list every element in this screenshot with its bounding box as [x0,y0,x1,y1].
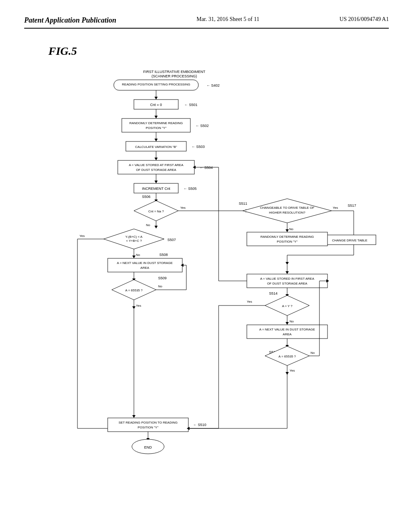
svg-text:← S501: ← S501 [184,103,198,107]
svg-text:Yes: Yes [136,304,141,308]
flowchart-svg: FIRST ILLUSTRATIVE EMBODIMENT (SCANNER P… [49,66,364,489]
figure-label: FIG.5 [48,45,389,58]
svg-text:CALCULATE VARIATION "B": CALCULATE VARIATION "B" [135,145,177,149]
page: Patent Application Publication Mar. 31, … [0,0,413,532]
svg-text:← S505: ← S505 [184,187,197,191]
svg-text:← S402: ← S402 [206,83,220,87]
svg-text:No: No [136,253,140,257]
svg-rect-106 [247,274,327,288]
svg-text:A = 65535 ?: A = 65535 ? [125,289,143,292]
svg-marker-74 [132,415,136,418]
svg-marker-95 [286,262,289,265]
svg-text:S507: S507 [167,238,176,242]
svg-text:S508: S508 [159,253,168,257]
svg-text:Yes: Yes [180,206,186,210]
svg-text:A = Y ?: A = Y ? [282,304,292,308]
svg-text:Yes: Yes [333,206,338,210]
svg-text:No: No [158,285,163,288]
svg-text:No: No [146,223,150,227]
svg-text:SET READING POSITION TO READIN: SET READING POSITION TO READING [119,421,177,424]
svg-text:CHANGE DRIVE TABLE: CHANGE DRIVE TABLE [332,239,367,242]
svg-marker-97 [286,229,289,232]
svg-text:AREA: AREA [283,332,292,336]
svg-rect-100 [247,232,327,246]
svg-marker-71 [132,306,136,309]
svg-text:Yes: Yes [247,300,252,303]
svg-text:Cnt = 0: Cnt = 0 [150,103,162,107]
svg-text:CHANGEABLE TO DRIVE TABLE OF: CHANGEABLE TO DRIVE TABLE OF [260,206,315,210]
svg-text:A = VALUE STORED IN FIRST AREA: A = VALUE STORED IN FIRST AREA [260,277,315,281]
svg-text:S506: S506 [142,195,150,199]
svg-text:← S504: ← S504 [200,166,213,170]
svg-text:INCREMENT Cnt: INCREMENT Cnt [142,187,170,191]
svg-text:S509: S509 [158,276,167,280]
svg-text:POSITION "Y": POSITION "Y" [277,240,298,243]
svg-text:POSITION "Y": POSITION "Y" [146,126,167,130]
publication-number: US 2016/0094749 A1 [340,16,389,23]
svg-text:Yes: Yes [79,234,85,238]
svg-text:← S510: ← S510 [193,423,206,427]
svg-rect-23 [118,160,194,174]
svg-text:S517: S517 [348,204,356,208]
svg-text:READING POSITION SETTING PROCE: READING POSITION SETTING PROCESSING [122,83,190,86]
publication-title: Patent Application Publication [24,16,116,25]
svg-text:OF DUST STORAGE AREA: OF DUST STORAGE AREA [267,282,307,285]
svg-marker-124 [286,322,289,325]
svg-text:RANDOMLY DETERMINE READING: RANDOMLY DETERMINE READING [129,121,183,125]
svg-text:No: No [289,227,294,231]
svg-text:← S503: ← S503 [192,145,205,149]
svg-text:Yes: Yes [290,369,295,372]
svg-marker-54 [132,256,136,258]
svg-rect-127 [247,325,327,339]
svg-text:POSITION "Y": POSITION "Y" [138,426,159,429]
svg-marker-104 [286,271,289,274]
svg-text:END: END [144,445,152,449]
publication-date-sheet: Mar. 31, 2016 Sheet 5 of 11 [196,16,259,23]
svg-text:A = VALUE STORED AT FIRST AREA: A = VALUE STORED AT FIRST AREA [129,163,184,167]
svg-text:Cnt = Na ?: Cnt = Na ? [148,210,164,213]
svg-text:S514: S514 [269,291,277,295]
svg-text:Y-(B+C) < A: Y-(B+C) < A [125,235,143,239]
svg-rect-57 [108,258,182,272]
svg-marker-6 [154,97,158,100]
svg-text:← S502: ← S502 [196,124,209,128]
svg-text:A = 65535 ?: A = 65535 ? [279,355,296,358]
svg-text:FIRST ILLUSTRATIVE EMBODIMENT: FIRST ILLUSTRATIVE EMBODIMENT [143,70,206,74]
svg-text:S511: S511 [239,202,247,206]
svg-rect-12 [122,118,190,132]
svg-text:A = NEXT VALUE IN DUST STORAGE: A = NEXT VALUE IN DUST STORAGE [259,328,315,331]
svg-marker-42 [154,226,158,229]
svg-text:(SCANNER PROCESSING): (SCANNER PROCESSING) [152,74,197,78]
page-header: Patent Application Publication Mar. 31, … [24,16,389,29]
svg-text:< Y+B+C ?: < Y+B+C ? [126,239,142,243]
svg-text:HIGHER RESOLUTION?: HIGHER RESOLUTION? [269,211,305,214]
svg-text:AREA: AREA [140,266,149,270]
svg-text:No: No [290,320,294,323]
svg-marker-28 [154,181,158,183]
svg-marker-17 [154,139,158,141]
svg-text:RANDOMLY DETERMINE READING: RANDOMLY DETERMINE READING [261,235,314,239]
svg-text:No: No [311,351,315,355]
svg-marker-22 [154,158,158,160]
svg-text:OF DUST STORAGE AREA: OF DUST STORAGE AREA [136,168,176,172]
svg-marker-11 [154,116,158,118]
svg-text:A = NEXT VALUE IN DUST STORAGE: A = NEXT VALUE IN DUST STORAGE [117,261,173,265]
flowchart: FIRST ILLUSTRATIVE EMBODIMENT (SCANNER P… [49,66,364,489]
svg-rect-75 [108,418,188,432]
